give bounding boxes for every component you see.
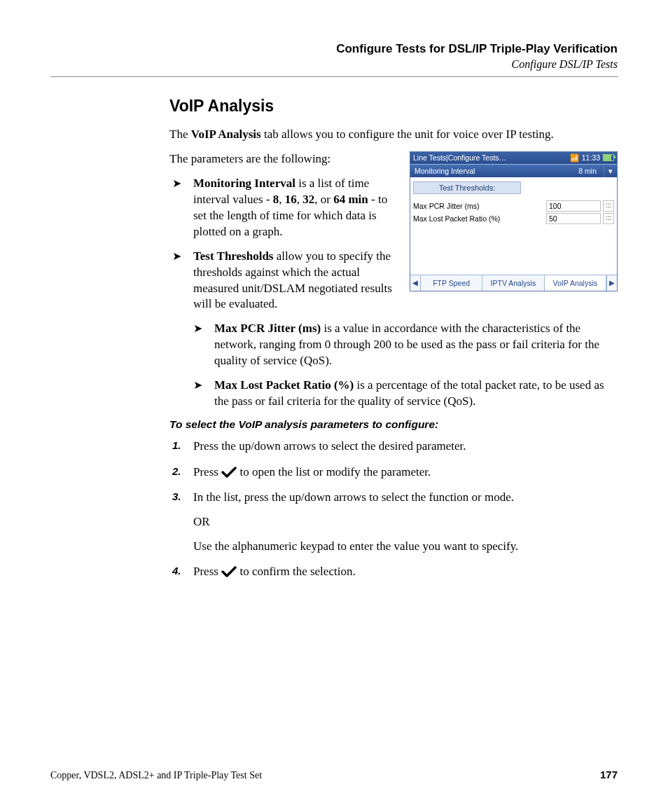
check-icon [221, 467, 237, 478]
page-number: 177 [600, 769, 618, 780]
device-titlebar: Line Tests|Configure Tests… 📶 11:33 [410, 152, 617, 164]
clock: 11:33 [582, 153, 600, 162]
text-bold: 32 [302, 193, 314, 206]
step-4: Press to confirm the selection. [193, 563, 618, 581]
text: to open the list or modify the parameter… [237, 465, 431, 479]
step-3: In the list, press the up/down arrows to… [193, 489, 618, 555]
step-or: OR [193, 514, 618, 531]
text: Press [193, 565, 221, 578]
step-2: Press to open the list or modify the par… [193, 464, 618, 481]
footer-product: Copper, VDSL2, ADSL2+ and IP Triple-Play… [50, 770, 262, 781]
bullet-monitoring-interval: Monitoring Interval is a list of time in… [193, 176, 618, 240]
bullet-max-lost-packet: Max Lost Packet Ratio (%) is a percentag… [214, 378, 618, 410]
intro-paragraph: The VoIP Analysis tab allows you to conf… [169, 127, 618, 143]
text: Press [193, 465, 221, 479]
step-1: Press the up/down arrows to select the d… [193, 438, 618, 455]
section-subtitle: Configure DSL/IP Tests [50, 58, 618, 71]
text-bold: 16 [285, 193, 297, 206]
instructions-heading: To select the VoIP analysis parameters t… [169, 418, 618, 431]
text-bold: Test Thresholds [193, 249, 273, 263]
text: , [297, 193, 303, 206]
battery-icon [603, 154, 614, 161]
bullet-test-thresholds: Test Thresholds allow you to specify the… [193, 249, 618, 313]
step-alt: Use the alphanumeric keypad to enter the… [193, 538, 618, 556]
text: The [169, 128, 191, 141]
chapter-title: Configure Tests for DSL/IP Triple-Play V… [50, 42, 618, 56]
text-bold: 64 min [333, 193, 368, 206]
text-bold: 8 [273, 193, 279, 206]
text: tab allows you to configure the unit for… [261, 128, 554, 141]
text: to confirm the selection. [237, 565, 355, 578]
text-bold: Monitoring Interval [193, 177, 295, 190]
text: , [279, 193, 285, 206]
signal-icon: 📶 [570, 153, 579, 163]
page-title: VoIP Analysis [169, 97, 618, 116]
header-rule [50, 76, 618, 77]
text: , or [314, 193, 333, 206]
text: In the list, press the up/down arrows to… [193, 490, 514, 504]
bullet-max-pcr-jitter: Max PCR Jitter (ms) is a value in accord… [214, 321, 618, 369]
check-icon [221, 566, 237, 577]
text-bold: Max PCR Jitter (ms) [214, 322, 321, 335]
breadcrumb: Line Tests|Configure Tests… [413, 153, 506, 162]
text-bold: VoIP Analysis [191, 128, 261, 141]
text-bold: Max Lost Packet Ratio (%) [214, 378, 354, 392]
